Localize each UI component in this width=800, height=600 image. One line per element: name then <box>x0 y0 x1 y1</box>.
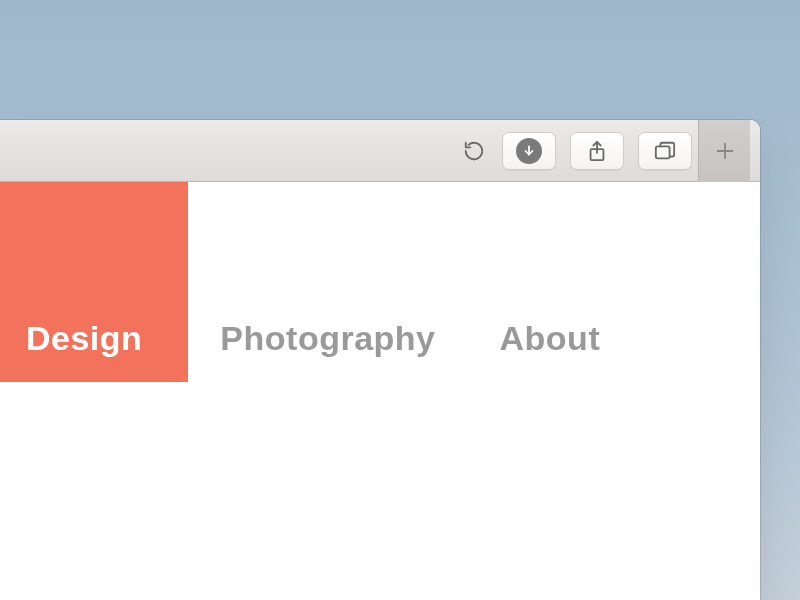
primary-nav: Design Photography About <box>0 182 632 382</box>
nav-item-label: Photography <box>220 319 435 358</box>
nav-item-label: About <box>500 319 601 358</box>
reload-icon <box>463 140 485 162</box>
nav-item-photography[interactable]: Photography <box>188 182 467 382</box>
browser-window: Design Photography About <box>0 120 760 600</box>
nav-item-design[interactable]: Design <box>0 182 188 382</box>
reload-button[interactable] <box>460 137 488 165</box>
svg-rect-3 <box>656 146 670 158</box>
tabs-button[interactable] <box>638 132 692 170</box>
share-icon <box>586 139 608 163</box>
nav-item-label: Design <box>26 319 142 358</box>
browser-toolbar <box>0 120 760 182</box>
tabs-icon <box>653 140 677 162</box>
new-tab-button[interactable] <box>698 120 750 182</box>
nav-item-about[interactable]: About <box>468 182 633 382</box>
plus-icon <box>714 140 736 162</box>
address-bar-area <box>0 137 502 165</box>
page-content: Design Photography About <box>0 182 760 600</box>
downloads-button[interactable] <box>502 132 556 170</box>
toolbar-button-group <box>502 132 698 170</box>
share-button[interactable] <box>570 132 624 170</box>
download-icon <box>516 138 542 164</box>
